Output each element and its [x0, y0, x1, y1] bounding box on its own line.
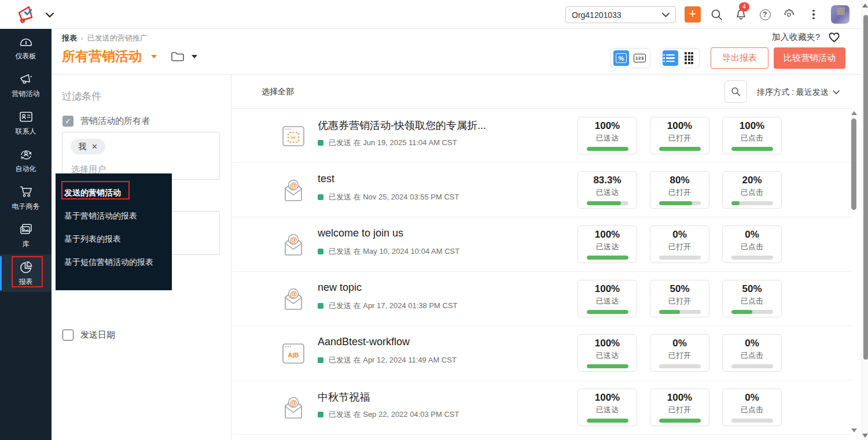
- remove-owner-tag-icon[interactable]: ✕: [91, 142, 98, 151]
- progress-track: [659, 310, 701, 314]
- logo-chevron-down-icon[interactable]: [45, 10, 54, 20]
- campaign-row[interactable]: @ welcome to join us 已发送 在 May 10, 2024 …: [231, 217, 852, 272]
- reports-popup-menu: 发送的营销活动 基于营销活动的报表 基于列表的报表 基于短信营销活动的报表: [56, 173, 172, 290]
- scroll-up-arrow[interactable]: [851, 111, 857, 115]
- page-scroll-up-arrow[interactable]: [862, 3, 868, 8]
- clicked-stat-card[interactable]: 50%已点击: [722, 280, 782, 317]
- sidebar-item-automation[interactable]: 自动化: [0, 142, 52, 179]
- stat-percent: 100%: [595, 338, 620, 349]
- clicked-stat-card[interactable]: 20%已点击: [722, 171, 782, 209]
- opened-stat-card[interactable]: 80%已打开: [650, 171, 709, 209]
- page-scroll-down-arrow[interactable]: [862, 434, 868, 438]
- owner-select-box[interactable]: 我 ✕ 选择用户: [62, 132, 220, 180]
- stat-label: 已送达: [596, 350, 619, 361]
- sent-date: 已发送 在 Jun 19, 2025 11:04 AM CST: [329, 138, 457, 148]
- send-date-filter[interactable]: 发送日期: [62, 330, 115, 341]
- breadcrumb-root[interactable]: 报表: [62, 33, 77, 43]
- clicked-stat-card[interactable]: 0%已点击: [722, 225, 782, 263]
- scroll-down-arrow[interactable]: [851, 428, 857, 432]
- sidebar-item-reports[interactable]: 报表: [0, 254, 52, 292]
- scrollbar-thumb[interactable]: [851, 119, 856, 210]
- campaign-title[interactable]: 优惠券营销活动-快领取您的专属折...: [318, 119, 486, 132]
- opened-stat-card[interactable]: 50%已打开: [650, 280, 709, 317]
- sidebar-item-label: 自动化: [16, 164, 36, 174]
- progress-fill: [587, 310, 628, 314]
- sidebar-item-ecommerce[interactable]: 电子商务: [0, 179, 52, 217]
- percent-view-toggle[interactable]: %: [613, 50, 629, 66]
- select-all-link[interactable]: 选择全部: [262, 87, 294, 97]
- favorite-heart-icon[interactable]: [828, 32, 840, 43]
- opened-stat-card[interactable]: 100%已打开: [650, 389, 709, 426]
- sidebar-item-label: 营销活动: [12, 89, 40, 99]
- folder-filter-button[interactable]: [171, 51, 197, 62]
- sort-selector[interactable]: 排序方式 : 最近发送: [757, 87, 840, 98]
- title-caret-icon[interactable]: [151, 55, 157, 58]
- sidebar-item-library[interactable]: 库: [0, 217, 52, 254]
- page-scrollbar-thumb[interactable]: [863, 15, 868, 360]
- svg-text:A|B: A|B: [288, 352, 299, 358]
- delivered-stat-card[interactable]: 100%已送达: [578, 334, 637, 372]
- grid-view-toggle[interactable]: [681, 50, 697, 66]
- compare-campaigns-button[interactable]: 比较营销活动: [774, 47, 845, 69]
- menu-item-campaign-reports[interactable]: 基于营销活动的报表: [56, 205, 172, 228]
- notification-badge: 4: [739, 2, 749, 12]
- campaign-row[interactable]: @ 中秋节祝福 已发送 在 Sep 22, 2022 04:03 PM CST …: [231, 380, 852, 435]
- more-options-icon[interactable]: [807, 8, 821, 21]
- delivered-stat-card[interactable]: 100%已送达: [578, 225, 637, 263]
- user-avatar[interactable]: [831, 5, 849, 24]
- delivered-stat-card[interactable]: 100%已送达: [578, 117, 637, 154]
- sidebar-nav: 仪表板 营销活动 联系人 自动化 电子商务 库 报表: [0, 29, 52, 440]
- campaigns-logo-icon[interactable]: [15, 5, 38, 25]
- list-scrollbar[interactable]: [851, 110, 858, 434]
- create-new-button[interactable]: +: [685, 6, 701, 23]
- send-date-checkbox[interactable]: [62, 330, 73, 341]
- export-report-button[interactable]: 导出报表: [711, 47, 768, 69]
- clicked-stat-card[interactable]: 0%已点击: [722, 334, 782, 372]
- delivered-stat-card[interactable]: 100%已送达: [578, 280, 637, 317]
- campaign-title[interactable]: test: [318, 173, 334, 185]
- campaign-title[interactable]: AandBtest-workflow: [318, 336, 410, 348]
- campaign-row[interactable]: ✂ 优惠券营销活动-快领取您的专属折... 已发送 在 Jun 19, 2025…: [231, 109, 852, 163]
- org-selector[interactable]: Org41201033: [565, 6, 676, 23]
- settings-gear-icon[interactable]: [782, 8, 796, 21]
- menu-item-sms-reports[interactable]: 基于短信营销活动的报表: [56, 251, 172, 274]
- menu-item-sent-campaigns[interactable]: 发送的营销活动: [56, 182, 172, 205]
- send-date-label: 发送日期: [80, 330, 115, 341]
- number-view-toggle[interactable]: 123: [632, 50, 648, 66]
- page-scrollbar[interactable]: [862, 0, 868, 440]
- stat-percent: 100%: [595, 283, 620, 295]
- opened-stat-card[interactable]: 0%已打开: [650, 225, 709, 263]
- campaign-row[interactable]: A|B AandBtest-workflow 已发送 在 Apr 12, 202…: [231, 326, 852, 380]
- campaign-row[interactable]: @ test 已发送 在 Nov 25, 2024 03:55 PM CST 8…: [231, 163, 852, 217]
- opened-stat-card[interactable]: 100%已打开: [650, 117, 709, 154]
- stat-label: 已点击: [741, 405, 763, 415]
- clicked-stat-card[interactable]: 100%已点击: [722, 117, 782, 154]
- sidebar-item-contacts[interactable]: 联系人: [0, 104, 52, 142]
- campaign-title[interactable]: new topic: [318, 282, 362, 294]
- svg-text:@: @: [290, 290, 297, 298]
- campaign-owner-filter[interactable]: ✓ 营销活动的所有者: [62, 116, 150, 127]
- opened-stat-card[interactable]: 0%已打开: [650, 334, 709, 372]
- progress-fill: [587, 364, 628, 368]
- menu-item-list-reports[interactable]: 基于列表的报表: [56, 228, 172, 251]
- stat-percent: 0%: [672, 229, 687, 241]
- search-icon[interactable]: [709, 8, 723, 21]
- clicked-stat-card[interactable]: 0%已点击: [722, 389, 782, 426]
- list-search-button[interactable]: [724, 80, 747, 103]
- reports-pie-icon: [19, 260, 33, 274]
- list-view-toggle[interactable]: [663, 50, 678, 66]
- stat-label: 已送达: [596, 296, 619, 306]
- campaign-row[interactable]: @ new topic 已发送 在 Apr 17, 2024 01:38 PM …: [231, 272, 852, 326]
- sent-date: 已发送 在 Apr 12, 2024 11:49 AM CST: [329, 355, 457, 365]
- owner-checkbox[interactable]: ✓: [62, 116, 73, 127]
- stat-label: 已送达: [596, 405, 619, 415]
- help-icon[interactable]: ?: [758, 8, 772, 21]
- campaign-title[interactable]: 中秋节祝福: [318, 390, 370, 404]
- sidebar-item-dashboard[interactable]: 仪表板: [0, 29, 52, 66]
- delivered-stat-card[interactable]: 100%已送达: [578, 389, 637, 426]
- campaign-title[interactable]: welcome to join us: [318, 227, 403, 239]
- sidebar-item-campaigns[interactable]: 营销活动: [0, 66, 52, 104]
- delivered-stat-card[interactable]: 83.3%已送达: [578, 171, 637, 209]
- progress-track: [659, 147, 701, 151]
- page-title[interactable]: 所有营销活动: [62, 47, 142, 65]
